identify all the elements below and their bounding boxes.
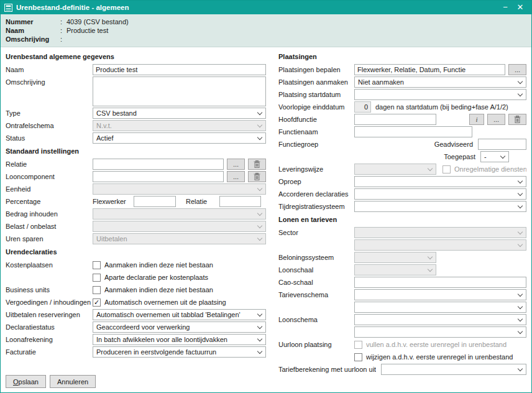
row-cao-schaal: Cao-schaal — [278, 277, 526, 288]
hoofdfunctie-delete-button[interactable] — [508, 114, 526, 125]
loonschema-secondary-select[interactable] — [354, 326, 526, 338]
bedrag-inhouden-select — [93, 208, 266, 220]
tarievenschema-select[interactable] — [354, 289, 526, 300]
close-button[interactable]: ✕ — [513, 1, 528, 14]
chevron-down-icon — [518, 329, 523, 334]
chevron-down-icon — [257, 135, 262, 140]
uren-sparen-select-value: Uitbetalen — [96, 235, 127, 243]
functiegroep-field-label: Functiegroep — [278, 141, 354, 148]
hoofdfunctie-browse-button[interactable]: ... — [487, 114, 505, 125]
type-select[interactable]: CSV bestand — [93, 108, 266, 119]
naam-input[interactable] — [93, 64, 266, 75]
looncomponent-field-label: Looncomponent — [6, 173, 93, 180]
row-status: Status Actief — [6, 132, 266, 144]
row-functienaam: Functienaam — [278, 126, 526, 137]
plaatsingen-bepalen-browse-button[interactable]: ... — [508, 64, 526, 75]
facturatie-select[interactable]: Produceren in eerstvolgende factuurrun — [93, 346, 266, 358]
relatie-browse-button[interactable]: ... — [227, 159, 245, 170]
accorderen-declaraties-select[interactable] — [354, 188, 526, 200]
tarievenschema-secondary-select[interactable] — [354, 302, 526, 313]
tariefberekening-select[interactable] — [381, 364, 526, 375]
relatie-input[interactable] — [93, 159, 224, 170]
cao-schaal-field-label: Cao-schaal — [278, 279, 354, 286]
uurloon-wijzigen-checkbox[interactable] — [354, 353, 362, 361]
plaatsingen-aanmaken-select[interactable]: Niet aanmaken — [354, 76, 526, 88]
section-title-urendeclaraties: Urendeclaraties — [6, 248, 266, 256]
status-select[interactable]: Actief — [93, 132, 266, 144]
chevron-down-icon — [257, 336, 262, 341]
summary-row-nummer: Nummer : 4039 (CSV bestand) — [6, 17, 526, 26]
omschrijving-textarea[interactable] — [93, 76, 266, 106]
belast-onbelast-field-label: Belast / onbelast — [6, 223, 93, 230]
kostenplaatsen-aanmaken-checkbox[interactable] — [93, 261, 101, 269]
chevron-down-icon — [518, 191, 523, 196]
functienaam-input[interactable] — [354, 126, 472, 137]
uitbetalen-reserveringen-select-value: Automatisch overnemen uit tabblad 'Betal… — [96, 311, 241, 318]
chevron-down-icon — [518, 79, 523, 84]
chevron-down-icon — [518, 304, 523, 309]
row-kostenplaatsen-2: Aparte declaratie per kostenplaats — [6, 272, 266, 283]
percentage-relatie-label: Relatie — [186, 198, 219, 205]
dialog-window: Urenbestand-definitie - algemeen − ✕ Num… — [0, 0, 532, 393]
section-title-lonen: Lonen en tarieven — [278, 216, 526, 223]
plaatsingen-aanmaken-field-label: Plaatsingen aanmaken — [278, 78, 354, 86]
looncomponent-delete-button[interactable] — [248, 171, 266, 182]
row-plaatsing-startdatum: Plaatsing startdatum — [278, 89, 526, 100]
row-loonschema-1: Loonschema — [278, 314, 526, 325]
loonschema-select[interactable] — [354, 314, 526, 325]
plaatsing-startdatum-select[interactable] — [354, 89, 526, 100]
beloningssysteem-select — [354, 252, 436, 263]
ellipsis-icon: ... — [233, 173, 239, 180]
vergoedingen-overnemen-checkbox[interactable]: ✓ — [93, 298, 101, 307]
declaratiestatus-field-label: Declaratiestatus — [6, 323, 93, 331]
row-sector-1: Sector — [278, 227, 526, 238]
aparte-declaratie-checkbox[interactable] — [93, 274, 101, 282]
loonafrekening-select[interactable]: In batch afwikkelen voor alle loontijdva… — [93, 334, 266, 345]
loonschema-field-label: Loonschema — [278, 316, 354, 323]
looncomponent-browse-button[interactable]: ... — [227, 171, 245, 182]
nummer-value: 4039 (CSV bestand) — [66, 17, 526, 26]
declaratiestatus-select[interactable]: Geaccordeerd voor verwerking — [93, 321, 266, 333]
kostenplaatsen-field-label: Kostenplaatsen — [6, 261, 93, 269]
cancel-button[interactable]: Annuleren — [50, 375, 96, 388]
functiegroep-toegepast-select[interactable]: - — [480, 151, 509, 162]
omschrijving-value — [66, 35, 526, 44]
oproep-select[interactable] — [354, 176, 526, 187]
check-icon: ✓ — [94, 299, 99, 306]
row-looncomponent: Looncomponent ... — [6, 171, 266, 182]
uurloon-plaatsing-field-label: Uurloon plaatsing — [278, 341, 354, 348]
row-declaratiestatus: Declaratiestatus Geaccordeerd voor verwe… — [6, 321, 266, 333]
relatie-delete-button[interactable] — [248, 159, 266, 170]
tijdregistratiesysteem-select[interactable] — [354, 201, 526, 212]
facturatie-field-label: Facturatie — [6, 348, 93, 356]
uitbetalen-reserveringen-select[interactable]: Automatisch overnemen uit tabblad 'Betal… — [93, 309, 266, 320]
sector-select — [354, 227, 526, 238]
chevron-down-icon — [257, 186, 262, 191]
row-loonafrekening: Loonafrekening In batch afwikkelen voor … — [6, 334, 266, 345]
chevron-down-icon — [518, 317, 523, 321]
row-sector-2 — [278, 239, 526, 251]
dialog-body: Urenbestand algemene gegevens Naam Omsch… — [1, 47, 531, 392]
uren-sparen-field-label: Uren sparen — [6, 235, 93, 243]
save-button[interactable]: Opslaan — [6, 375, 46, 388]
row-uitbetalen-reserveringen: Uitbetalen reserveringen Automatisch ove… — [6, 309, 266, 320]
footer-buttons: Opslaan Annuleren — [6, 375, 96, 388]
plaatsingen-bepalen-field-label: Plaatsingen bepalen — [278, 66, 354, 73]
type-select-value: CSV bestand — [96, 109, 137, 117]
plaatsingen-bepalen-input[interactable] — [354, 64, 505, 75]
loonafrekening-field-label: Loonafrekening — [6, 336, 93, 343]
hoofdfunctie-info-button[interactable]: i — [469, 114, 484, 125]
percentage-relatie-input[interactable] — [219, 196, 261, 207]
eenheid-field-label: Eenheid — [6, 185, 93, 193]
hoofdfunctie-input[interactable] — [354, 114, 436, 125]
voorlopige-einddatum-input — [354, 101, 371, 113]
summary-row-naam: Naam : Productie test — [6, 26, 526, 35]
geadviseerd-label: Geadviseerd — [434, 141, 473, 148]
percentage-flexwerker-input[interactable] — [134, 196, 176, 207]
business-units-aanmaken-checkbox[interactable] — [93, 286, 101, 294]
looncomponent-input[interactable] — [93, 171, 224, 182]
functiegroep-geadviseerd-input[interactable] — [478, 139, 526, 150]
leveringswijze-field-label: Leveringswijze — [278, 165, 354, 173]
minimize-button[interactable]: − — [498, 1, 513, 14]
cao-schaal-input[interactable] — [354, 277, 526, 288]
